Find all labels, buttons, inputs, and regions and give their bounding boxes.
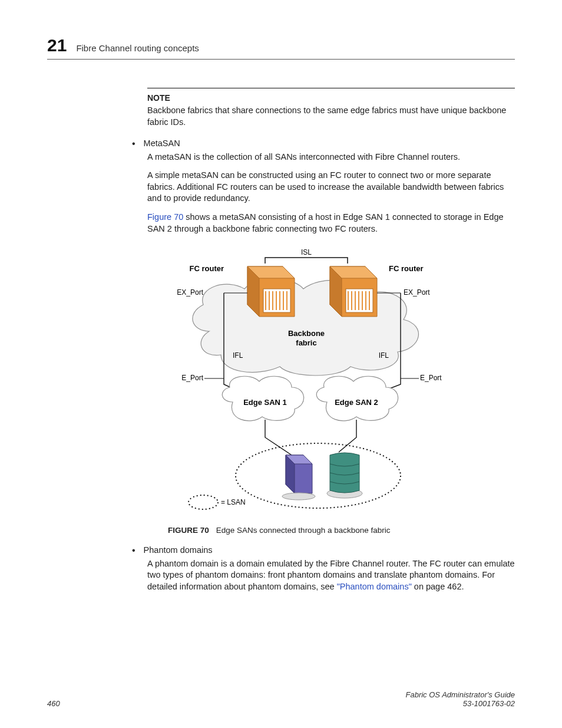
bullet-dot-icon: • — [132, 139, 135, 149]
lsan-legend-icon — [189, 495, 218, 509]
metasan-p2: A simple metaSAN can be constructed usin… — [147, 170, 515, 205]
metasan-p1: A metaSAN is the collection of all SANs … — [147, 151, 515, 163]
running-head: 21 Fibre Channel routing concepts — [47, 35, 515, 60]
figure-caption: FIGURE 70Edge SANs connected through a b… — [168, 526, 515, 535]
note-rule — [147, 88, 515, 88]
lsan-ellipse-icon — [236, 443, 401, 508]
ifl-left-label: IFL — [233, 351, 243, 360]
figure-70: ISL — [168, 243, 515, 535]
edge2-down-line — [339, 420, 356, 452]
ex-port-right-label: EX_Port — [404, 288, 430, 297]
bullet-dot-icon: • — [132, 545, 135, 556]
phantom-p1b: on page 462. — [412, 582, 464, 591]
chapter-title: Fibre Channel routing concepts — [76, 43, 199, 53]
lsan-legend-label: = LSAN — [221, 498, 246, 506]
svg-point-25 — [282, 493, 315, 500]
note-label: NOTE — [147, 93, 515, 103]
fc-router-left-icon — [247, 266, 295, 317]
figure-caption-text: Edge SANs connected through a backbone f… — [216, 526, 391, 535]
bullet-phantom: • Phantom domains — [132, 545, 515, 556]
bullet-term-metasan: MetaSAN — [144, 139, 180, 149]
fc-router-right-label: FC router — [389, 264, 424, 273]
storage-icon — [327, 453, 362, 498]
backbone-label: Backbone — [288, 329, 325, 338]
phantom-p1: A phantom domain is a domain emulated by… — [147, 558, 515, 593]
note-text: Backbone fabrics that share connections … — [147, 105, 515, 128]
metasan-p3: Figure 70 shows a metaSAN consisting of … — [147, 212, 515, 235]
fabric-label: fabric — [296, 338, 316, 347]
e-port-right-label: E_Port — [420, 374, 442, 382]
isl-connector — [265, 258, 348, 263]
bullet-term-phantom: Phantom domains — [144, 545, 213, 556]
fc-router-right-icon — [330, 266, 377, 317]
ex-port-left-label: EX_Port — [177, 288, 203, 297]
chapter-number: 21 — [47, 35, 67, 55]
figure-number: FIGURE 70 — [168, 526, 209, 535]
bullet-metasan: • MetaSAN — [132, 139, 515, 149]
footer-doc-id: 53-1001763-02 — [405, 699, 515, 708]
e-port-left-label: E_Port — [181, 374, 203, 382]
page-footer: 460 Fabric OS Administrator's Guide 53-1… — [47, 690, 515, 708]
fc-router-left-label: FC router — [190, 264, 224, 273]
edge-san-1-label: Edge SAN 1 — [243, 398, 287, 407]
page-number: 460 — [47, 699, 60, 708]
figure-link[interactable]: Figure 70 — [147, 212, 183, 222]
page: 21 Fibre Channel routing concepts NOTE B… — [0, 0, 562, 728]
figure-svg: ISL — [168, 243, 445, 520]
footer-guide: Fabric OS Administrator's Guide — [405, 690, 515, 699]
ifl-right-label: IFL — [379, 351, 389, 360]
isl-label: ISL — [301, 248, 312, 256]
host-icon — [282, 455, 315, 500]
content-block: NOTE Backbone fabrics that share connect… — [147, 88, 515, 592]
phantom-link[interactable]: "Phantom domains" — [337, 582, 412, 591]
metasan-p3-rest: shows a metaSAN consisting of a host in … — [147, 212, 504, 233]
edge-san-2-label: Edge SAN 2 — [335, 398, 378, 407]
